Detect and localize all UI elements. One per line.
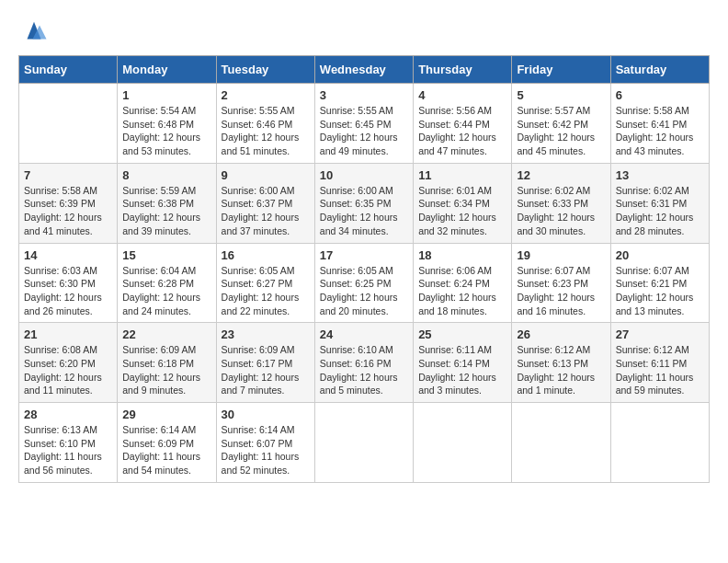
header-wednesday: Wednesday [314,56,413,84]
calendar-cell: 20Sunrise: 6:07 AM Sunset: 6:21 PM Dayli… [610,243,709,323]
day-number: 13 [616,168,704,182]
calendar-cell: 12Sunrise: 6:02 AM Sunset: 6:33 PM Dayli… [512,163,610,243]
week-row-0: 1Sunrise: 5:54 AM Sunset: 6:48 PM Daylig… [19,84,710,164]
cell-info: Sunrise: 6:09 AM Sunset: 6:18 PM Dayligh… [122,343,210,397]
cell-info: Sunrise: 6:13 AM Sunset: 6:10 PM Dayligh… [24,423,112,477]
day-number: 25 [418,327,506,341]
cell-info: Sunrise: 6:07 AM Sunset: 6:23 PM Dayligh… [517,264,605,318]
calendar-cell: 8Sunrise: 5:59 AM Sunset: 6:38 PM Daylig… [118,163,216,243]
logo-icon [20,18,48,46]
cell-info: Sunrise: 6:06 AM Sunset: 6:24 PM Dayligh… [418,264,506,318]
day-number: 11 [418,168,506,182]
day-number: 14 [24,248,112,262]
calendar-cell: 23Sunrise: 6:09 AM Sunset: 6:17 PM Dayli… [216,323,314,403]
calendar-cell: 3Sunrise: 5:55 AM Sunset: 6:45 PM Daylig… [314,84,413,164]
day-number: 28 [24,408,112,421]
calendar-cell: 22Sunrise: 6:09 AM Sunset: 6:18 PM Dayli… [118,323,216,403]
cell-info: Sunrise: 6:07 AM Sunset: 6:21 PM Dayligh… [616,264,704,318]
day-number: 9 [222,168,310,182]
day-number: 30 [222,408,310,421]
cell-info: Sunrise: 6:01 AM Sunset: 6:34 PM Dayligh… [418,184,506,238]
calendar-table: SundayMondayTuesdayWednesdayThursdayFrid… [18,55,710,483]
calendar-cell: 14Sunrise: 6:03 AM Sunset: 6:30 PM Dayli… [19,243,118,323]
cell-info: Sunrise: 5:57 AM Sunset: 6:42 PM Dayligh… [517,104,605,158]
day-number: 15 [122,248,210,262]
day-number: 18 [418,248,506,262]
cell-info: Sunrise: 6:12 AM Sunset: 6:11 PM Dayligh… [616,343,704,397]
calendar-cell: 11Sunrise: 6:01 AM Sunset: 6:34 PM Dayli… [414,163,512,243]
week-row-1: 7Sunrise: 5:58 AM Sunset: 6:39 PM Daylig… [19,163,710,243]
header-thursday: Thursday [414,56,512,84]
header-saturday: Saturday [610,56,709,84]
day-number: 20 [616,248,704,262]
day-number: 24 [320,327,408,341]
cell-info: Sunrise: 6:14 AM Sunset: 6:07 PM Dayligh… [222,423,310,477]
day-number: 3 [320,88,408,102]
calendar-cell: 25Sunrise: 6:11 AM Sunset: 6:14 PM Dayli… [414,323,512,403]
day-number: 22 [122,327,210,341]
header-friday: Friday [512,56,610,84]
cell-info: Sunrise: 6:04 AM Sunset: 6:28 PM Dayligh… [122,264,210,318]
logo [18,18,48,46]
week-row-4: 28Sunrise: 6:13 AM Sunset: 6:10 PM Dayli… [19,403,710,483]
cell-info: Sunrise: 5:54 AM Sunset: 6:48 PM Dayligh… [122,104,210,158]
cell-info: Sunrise: 6:10 AM Sunset: 6:16 PM Dayligh… [320,343,408,397]
day-number: 4 [418,88,506,102]
cell-info: Sunrise: 6:00 AM Sunset: 6:35 PM Dayligh… [320,184,408,238]
calendar-cell: 19Sunrise: 6:07 AM Sunset: 6:23 PM Dayli… [512,243,610,323]
cell-info: Sunrise: 6:12 AM Sunset: 6:13 PM Dayligh… [517,343,605,397]
calendar-cell: 17Sunrise: 6:05 AM Sunset: 6:25 PM Dayli… [314,243,413,323]
calendar-cell: 10Sunrise: 6:00 AM Sunset: 6:35 PM Dayli… [314,163,413,243]
day-number: 8 [122,168,210,182]
cell-info: Sunrise: 5:58 AM Sunset: 6:39 PM Dayligh… [24,184,112,238]
calendar-cell: 21Sunrise: 6:08 AM Sunset: 6:20 PM Dayli… [19,323,118,403]
day-number: 5 [517,88,605,102]
calendar-cell: 6Sunrise: 5:58 AM Sunset: 6:41 PM Daylig… [610,84,709,164]
calendar-cell: 2Sunrise: 5:55 AM Sunset: 6:46 PM Daylig… [216,84,314,164]
calendar-cell: 27Sunrise: 6:12 AM Sunset: 6:11 PM Dayli… [610,323,709,403]
calendar-cell: 1Sunrise: 5:54 AM Sunset: 6:48 PM Daylig… [118,84,216,164]
cell-info: Sunrise: 6:11 AM Sunset: 6:14 PM Dayligh… [418,343,506,397]
page-header [18,18,710,46]
week-row-3: 21Sunrise: 6:08 AM Sunset: 6:20 PM Dayli… [19,323,710,403]
calendar-cell: 13Sunrise: 6:02 AM Sunset: 6:31 PM Dayli… [610,163,709,243]
header-sunday: Sunday [19,56,118,84]
day-number: 23 [222,327,310,341]
day-number: 17 [320,248,408,262]
cell-info: Sunrise: 6:05 AM Sunset: 6:27 PM Dayligh… [222,264,310,318]
day-number: 21 [24,327,112,341]
cell-info: Sunrise: 6:00 AM Sunset: 6:37 PM Dayligh… [222,184,310,238]
calendar-cell [414,403,512,483]
cell-info: Sunrise: 6:08 AM Sunset: 6:20 PM Dayligh… [24,343,112,397]
header-tuesday: Tuesday [216,56,314,84]
calendar-cell [512,403,610,483]
cell-info: Sunrise: 5:58 AM Sunset: 6:41 PM Dayligh… [616,104,704,158]
calendar-cell: 15Sunrise: 6:04 AM Sunset: 6:28 PM Dayli… [118,243,216,323]
cell-info: Sunrise: 6:03 AM Sunset: 6:30 PM Dayligh… [24,264,112,318]
calendar-cell [610,403,709,483]
cell-info: Sunrise: 5:55 AM Sunset: 6:45 PM Dayligh… [320,104,408,158]
calendar-cell: 9Sunrise: 6:00 AM Sunset: 6:37 PM Daylig… [216,163,314,243]
day-number: 27 [616,327,704,341]
calendar-cell [19,84,118,164]
calendar-cell: 18Sunrise: 6:06 AM Sunset: 6:24 PM Dayli… [414,243,512,323]
cell-info: Sunrise: 6:14 AM Sunset: 6:09 PM Dayligh… [122,423,210,477]
day-number: 10 [320,168,408,182]
day-number: 19 [517,248,605,262]
calendar-cell: 5Sunrise: 5:57 AM Sunset: 6:42 PM Daylig… [512,84,610,164]
calendar-body: 1Sunrise: 5:54 AM Sunset: 6:48 PM Daylig… [19,84,710,483]
cell-info: Sunrise: 6:09 AM Sunset: 6:17 PM Dayligh… [222,343,310,397]
day-number: 6 [616,88,704,102]
cell-info: Sunrise: 6:02 AM Sunset: 6:33 PM Dayligh… [517,184,605,238]
day-number: 16 [222,248,310,262]
week-row-2: 14Sunrise: 6:03 AM Sunset: 6:30 PM Dayli… [19,243,710,323]
header-row: SundayMondayTuesdayWednesdayThursdayFrid… [19,56,710,84]
calendar-cell: 30Sunrise: 6:14 AM Sunset: 6:07 PM Dayli… [216,403,314,483]
day-number: 26 [517,327,605,341]
day-number: 1 [122,88,210,102]
cell-info: Sunrise: 5:56 AM Sunset: 6:44 PM Dayligh… [418,104,506,158]
calendar-header: SundayMondayTuesdayWednesdayThursdayFrid… [19,56,710,84]
day-number: 2 [222,88,310,102]
calendar-cell: 28Sunrise: 6:13 AM Sunset: 6:10 PM Dayli… [19,403,118,483]
calendar-cell: 24Sunrise: 6:10 AM Sunset: 6:16 PM Dayli… [314,323,413,403]
